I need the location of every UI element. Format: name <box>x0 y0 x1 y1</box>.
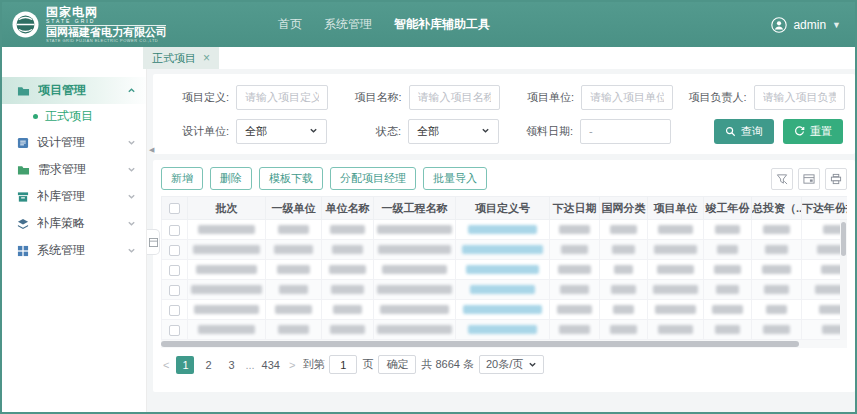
nav-item-2[interactable]: 系统管理 <box>324 16 372 33</box>
row-checkbox[interactable] <box>169 325 180 336</box>
cell <box>188 240 266 260</box>
refresh-icon <box>794 126 805 137</box>
row-checkbox[interactable] <box>169 245 180 256</box>
row-checkbox[interactable] <box>169 265 180 276</box>
toolbar-button-模板下载[interactable]: 模板下载 <box>259 167 323 190</box>
table-region: 批次一级单位单位名称一级工程名称项目定义号下达日期国网分类项目单位竣工年份总投资… <box>161 196 847 348</box>
row-checkbox[interactable] <box>169 225 180 236</box>
scroll-left-icon[interactable]: ◀ <box>149 146 154 154</box>
redacted-text <box>716 285 740 294</box>
cell <box>266 220 322 240</box>
sidebar-item-4[interactable]: 补库管理 <box>2 183 146 210</box>
cell <box>266 240 322 260</box>
filter-button[interactable] <box>771 168 793 190</box>
redacted-text <box>610 325 638 334</box>
page-button-3[interactable]: 3 <box>222 356 240 374</box>
prev-page-button[interactable]: < <box>161 359 171 371</box>
state-grid-logo-icon <box>12 11 39 38</box>
状态-select[interactable]: 全部 <box>408 119 499 144</box>
redacted-text <box>763 225 790 234</box>
vertical-scrollbar-thumb[interactable] <box>841 222 846 256</box>
redacted-link[interactable] <box>468 225 537 234</box>
领料日期-datepicker[interactable]: - <box>580 119 671 144</box>
cell <box>600 260 648 280</box>
query-button[interactable]: 查询 <box>714 119 774 144</box>
pagination: <123...434>到第页确定共 8664 条20条/页 <box>161 355 847 374</box>
vertical-scrollbar[interactable] <box>840 220 847 340</box>
设计单位-select[interactable]: 全部 <box>236 119 327 144</box>
sidebar-item-3[interactable]: 需求管理 <box>2 156 146 183</box>
项目名称-input[interactable] <box>418 91 492 103</box>
column-header-2: 一级单位 <box>266 197 322 220</box>
sidebar-item-1[interactable]: 项目管理 <box>2 77 146 104</box>
redacted-link[interactable] <box>462 245 544 254</box>
goto-confirm-button[interactable]: 确定 <box>378 355 416 374</box>
field-label: 项目名称: <box>328 90 402 105</box>
column-header-8: 项目单位 <box>648 197 704 220</box>
table-row <box>162 280 848 300</box>
row-select-cell <box>162 300 188 320</box>
page-button-2[interactable]: 2 <box>199 356 217 374</box>
redacted-link[interactable] <box>463 305 541 314</box>
page-button-434[interactable]: 434 <box>260 356 282 374</box>
sidebar-item-2[interactable]: 设计管理 <box>2 129 146 156</box>
print-button[interactable] <box>825 168 847 190</box>
sidebar-item-5[interactable]: 补库策略 <box>2 210 146 237</box>
cell <box>648 280 704 300</box>
项目单位-input[interactable] <box>590 91 664 103</box>
cell <box>600 280 648 300</box>
avatar-icon <box>771 17 787 33</box>
redacted-link[interactable] <box>466 265 539 274</box>
reset-button[interactable]: 重置 <box>783 119 843 144</box>
goto-page-input[interactable] <box>329 355 357 374</box>
toolbar-button-批量导入[interactable]: 批量导入 <box>423 167 487 190</box>
sidebar-collapse-handle[interactable] <box>147 229 160 255</box>
cell <box>600 320 648 340</box>
sidebar-item-6[interactable]: 系统管理 <box>2 237 146 264</box>
nav-item-1[interactable]: 首页 <box>278 16 302 33</box>
sidebar-subitem-正式项目[interactable]: 正式项目 <box>2 104 146 129</box>
page-button-1[interactable]: 1 <box>176 356 194 374</box>
collapse-sidebar-icon <box>149 238 158 247</box>
cell <box>456 260 550 280</box>
close-icon[interactable]: × <box>203 51 210 65</box>
项目负责人-input[interactable] <box>763 91 837 103</box>
page-size-select[interactable]: 20条/页 <box>479 355 544 374</box>
toolbar-button-新增[interactable]: 新增 <box>161 167 203 190</box>
redacted-text <box>655 305 696 314</box>
form-field-2-2: 状态:全部 <box>327 119 499 144</box>
redacted-link[interactable] <box>468 325 538 334</box>
main-nav: 首页系统管理智能补库辅助工具 <box>278 2 490 47</box>
nav-item-3[interactable]: 智能补库辅助工具 <box>394 16 490 33</box>
user-menu[interactable]: admin ▼ <box>771 2 841 47</box>
table-panel: 新增删除模板下载分配项目经理批量导入 批次一级单位单位名称一级工程名称项目定义号… <box>153 160 855 392</box>
row-checkbox[interactable] <box>169 305 180 316</box>
项目定义-input[interactable] <box>245 91 319 103</box>
next-page-button[interactable]: > <box>287 359 297 371</box>
field-label: 项目定义: <box>155 90 229 105</box>
date-value: - <box>589 125 593 137</box>
cell <box>600 300 648 320</box>
cell <box>456 220 550 240</box>
tab-formal-project[interactable]: 正式项目 × <box>143 47 219 69</box>
horizontal-scrollbar[interactable] <box>161 340 847 348</box>
print-icon <box>830 173 842 185</box>
redacted-text <box>558 265 591 274</box>
chevron-down-icon: ▼ <box>832 20 841 30</box>
redacted-text <box>198 325 256 334</box>
cell <box>374 280 456 300</box>
field-label: 项目单位: <box>500 90 574 105</box>
toolbar-button-分配项目经理[interactable]: 分配项目经理 <box>330 167 416 190</box>
cell <box>704 320 752 340</box>
chevron-down-icon <box>309 125 318 137</box>
toolbar-button-删除[interactable]: 删除 <box>210 167 252 190</box>
form-field-2-1: 设计单位:全部 <box>155 119 327 144</box>
column-settings-button[interactable] <box>798 168 820 190</box>
select-all-checkbox[interactable] <box>169 203 180 214</box>
cell <box>266 300 322 320</box>
cell <box>188 260 266 280</box>
horizontal-scrollbar-thumb[interactable] <box>161 341 799 347</box>
redacted-link[interactable] <box>470 285 535 294</box>
row-checkbox[interactable] <box>169 285 180 296</box>
redacted-text <box>653 285 699 294</box>
